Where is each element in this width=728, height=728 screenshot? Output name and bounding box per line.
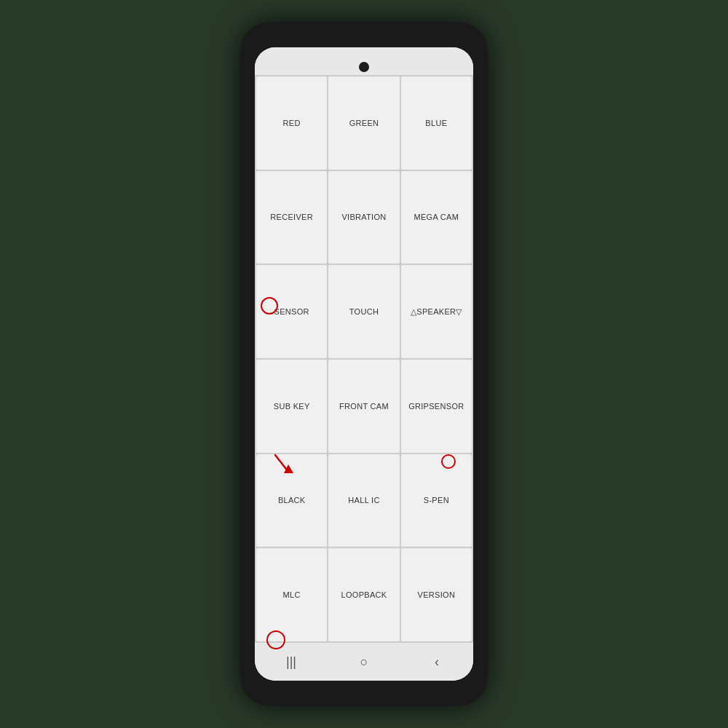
front-camera-dot (359, 62, 369, 72)
grid-cell-vibration[interactable]: VIBRATION (328, 171, 399, 264)
grid-label-mega-cam: MEGA CAM (411, 210, 462, 224)
grid-label-sub-key: SUB KEY (271, 399, 313, 414)
grid-cell-black[interactable]: BLACK (256, 454, 327, 547)
recent-apps-button[interactable]: ||| (277, 647, 306, 676)
grid-label-black: BLACK (275, 493, 309, 507)
screen-top (255, 47, 473, 75)
grid-label-red: RED (280, 116, 304, 130)
grid-cell-sensor[interactable]: SENSOR (256, 265, 327, 358)
grid-label-green: GREEN (347, 116, 382, 130)
grid-cell-green[interactable]: GREEN (328, 76, 399, 170)
grid-label-gripsensor: GRIPSENSOR (405, 399, 467, 414)
grid-cell-front-cam[interactable]: FRONT CAM (328, 360, 399, 453)
grid-cell-red[interactable]: RED (256, 76, 327, 170)
grid-label-mlc: MLC (280, 587, 304, 602)
test-grid: REDGREENBLUERECEIVERVIBRATIONMEGA CAMSEN… (255, 75, 473, 643)
grid-cell-speaker[interactable]: △SPEAKER▽ (401, 265, 472, 358)
grid-label-speaker: △SPEAKER▽ (408, 304, 465, 320)
grid-label-front-cam: FRONT CAM (336, 399, 392, 414)
grid-cell-loopback[interactable]: LOOPBACK (328, 548, 399, 641)
grid-label-vibration: VIBRATION (339, 210, 389, 224)
grid-label-hall-ic: HALL IC (345, 493, 382, 507)
nav-bar: ||| ○ ‹ (255, 643, 473, 681)
grid-label-sensor: SENSOR (272, 304, 312, 319)
grid-label-touch: TOUCH (347, 304, 381, 319)
grid-cell-version[interactable]: VERSION (401, 548, 472, 641)
back-button[interactable]: ‹ (422, 647, 451, 676)
grid-cell-sub-key[interactable]: SUB KEY (256, 360, 327, 453)
grid-label-s-pen: S-PEN (421, 493, 452, 507)
grid-label-loopback: LOOPBACK (339, 587, 390, 602)
grid-cell-touch[interactable]: TOUCH (328, 265, 399, 358)
grid-label-receiver: RECEIVER (267, 210, 316, 224)
grid-cell-mlc[interactable]: MLC (256, 548, 327, 641)
grid-label-blue: BLUE (422, 116, 450, 130)
home-button[interactable]: ○ (349, 647, 379, 676)
grid-cell-hall-ic[interactable]: HALL IC (328, 454, 399, 547)
phone-screen: REDGREENBLUERECEIVERVIBRATIONMEGA CAMSEN… (255, 47, 473, 681)
grid-cell-receiver[interactable]: RECEIVER (256, 171, 327, 264)
grid-cell-s-pen[interactable]: S-PEN (401, 454, 472, 547)
grid-cell-gripsensor[interactable]: GRIPSENSOR (401, 360, 472, 453)
grid-cell-mega-cam[interactable]: MEGA CAM (401, 171, 472, 264)
grid-cell-blue[interactable]: BLUE (401, 76, 472, 170)
grid-label-version: VERSION (415, 587, 459, 602)
